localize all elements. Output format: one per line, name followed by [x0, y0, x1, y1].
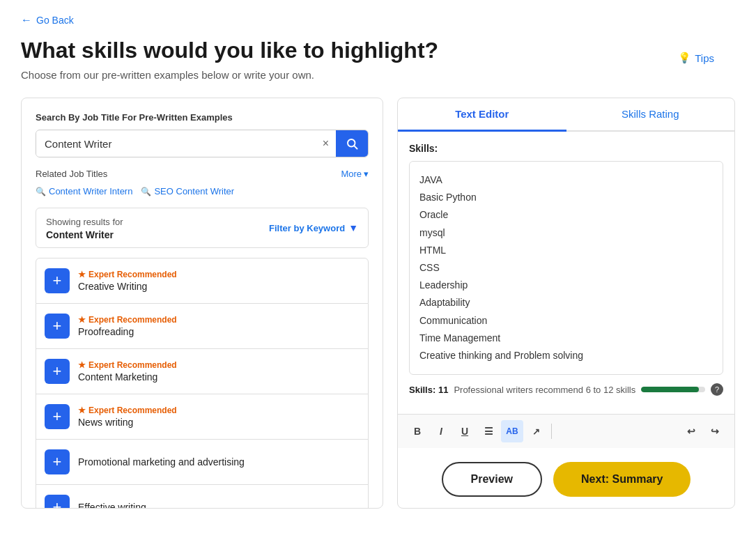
- chevron-down-icon: ▾: [364, 169, 369, 179]
- more-label: More: [341, 169, 362, 179]
- skills-count-row: Skills: 11 Professional writers recommen…: [409, 383, 723, 396]
- go-back-link[interactable]: ← Go Back: [21, 14, 735, 26]
- editor-content: Skills: JAVA Basic Python Oracle mysql H…: [398, 132, 734, 414]
- add-skill-button-0[interactable]: +: [45, 268, 70, 293]
- bold-button[interactable]: B: [406, 420, 429, 442]
- expert-label-1: Expert Recommended: [88, 315, 177, 325]
- related-tags: 🔍 Content Writer Intern 🔍 SEO Content Wr…: [36, 186, 369, 196]
- add-skill-button-4[interactable]: +: [45, 449, 70, 474]
- skills-text-area[interactable]: JAVA Basic Python Oracle mysql HTML CSS …: [409, 161, 723, 375]
- showing-for-value: Content Writer: [46, 229, 123, 240]
- skill-name-2: Content Marketing: [78, 371, 360, 383]
- related-label: Related Job Titles: [36, 169, 107, 179]
- preview-button[interactable]: Preview: [442, 462, 542, 497]
- skill-line-2: Oracle: [419, 206, 713, 224]
- star-icon-2: ★: [78, 360, 86, 370]
- skill-line-8: Communication: [419, 312, 713, 330]
- progress-bar-wrapper: [641, 387, 705, 392]
- skill-line-10: Creative thinking and Problem solving: [419, 347, 713, 364]
- list-item[interactable]: + Promotional marketing and advertising: [36, 440, 369, 485]
- list-item[interactable]: + ★ Expert Recommended News writing: [36, 394, 369, 440]
- star-icon-3: ★: [78, 405, 86, 415]
- expert-label-0: Expert Recommended: [88, 270, 177, 279]
- expert-badge-3: ★ Expert Recommended: [78, 405, 360, 415]
- toolbar-divider: [551, 424, 552, 439]
- back-arrow-icon: ←: [21, 14, 32, 26]
- expert-badge-0: ★ Expert Recommended: [78, 270, 360, 279]
- list-item[interactable]: + ★ Expert Recommended Creative Writing: [36, 258, 369, 304]
- skill-info-2: ★ Expert Recommended Content Marketing: [78, 360, 360, 383]
- more-link[interactable]: More ▾: [341, 169, 369, 179]
- search-button[interactable]: [336, 130, 368, 157]
- tab-bar: Text Editor Skills Rating: [398, 98, 734, 132]
- tips-link[interactable]: 💡 Tips: [678, 52, 714, 64]
- tag-search-icon-1: 🔍: [141, 187, 151, 196]
- info-icon[interactable]: ?: [711, 383, 723, 396]
- list-button[interactable]: ☰: [477, 420, 500, 442]
- add-skill-button-2[interactable]: +: [45, 359, 70, 384]
- skill-list: + ★ Expert Recommended Creative Writing …: [36, 258, 369, 509]
- filter-icon: ▼: [348, 222, 358, 233]
- toolbar: B I U ☰ AB ↗ ↩ ↪: [398, 414, 734, 448]
- skill-info-3: ★ Expert Recommended News writing: [78, 405, 360, 428]
- list-item[interactable]: + Effective writing: [36, 485, 369, 509]
- related-jobs-header: Related Job Titles More ▾: [36, 169, 369, 179]
- svg-line-1: [354, 146, 357, 148]
- tab-text-editor[interactable]: Text Editor: [398, 98, 566, 132]
- expert-label-2: Expert Recommended: [88, 360, 177, 370]
- skill-name-1: Proofreading: [78, 326, 360, 337]
- skill-name-0: Creative Writing: [78, 281, 360, 292]
- star-icon-0: ★: [78, 270, 86, 279]
- filter-label: Filter by Keyword: [269, 223, 345, 233]
- related-tag-1[interactable]: 🔍 SEO Content Writer: [141, 186, 234, 196]
- skill-line-4: HTML: [419, 242, 713, 259]
- showing-text: Showing results for Content Writer: [46, 215, 123, 240]
- skill-line-5: CSS: [419, 259, 713, 277]
- progress-bar-fill: [641, 387, 699, 392]
- skill-info-0: ★ Expert Recommended Creative Writing: [78, 270, 360, 292]
- skill-line-1: Basic Python: [419, 189, 713, 206]
- list-item[interactable]: + ★ Expert Recommended Proofreading: [36, 304, 369, 349]
- skill-line-3: mysql: [419, 224, 713, 242]
- clear-button[interactable]: ×: [316, 132, 336, 155]
- skill-info-5: Effective writing: [78, 502, 360, 509]
- skill-line-7: Adaptability: [419, 294, 713, 311]
- list-item[interactable]: + ★ Expert Recommended Content Marketing: [36, 349, 369, 394]
- right-panel: Text Editor Skills Rating Skills: JAVA B…: [397, 98, 735, 509]
- clear-format-button[interactable]: ↗: [525, 420, 547, 442]
- skill-info-1: ★ Expert Recommended Proofreading: [78, 315, 360, 337]
- skill-info-4: Promotional marketing and advertising: [78, 456, 360, 468]
- related-tag-0[interactable]: 🔍 Content Writer Intern: [36, 186, 132, 196]
- skill-line-0: JAVA: [419, 171, 713, 189]
- skill-name-4: Promotional marketing and advertising: [78, 456, 360, 468]
- underline-button[interactable]: U: [454, 420, 476, 442]
- tab-skills-rating[interactable]: Skills Rating: [566, 98, 735, 132]
- search-icon: [346, 137, 358, 150]
- recommendation-text: Professional writers recommend 6 to 12 s…: [454, 385, 635, 395]
- tips-icon: 💡: [678, 52, 691, 64]
- header-section: What skills would you like to highlight?…: [21, 38, 735, 81]
- expert-badge-2: ★ Expert Recommended: [78, 360, 360, 370]
- tag-search-icon-0: 🔍: [36, 187, 46, 196]
- add-skill-button-3[interactable]: +: [45, 404, 70, 429]
- undo-button[interactable]: ↩: [680, 420, 702, 442]
- redo-button[interactable]: ↪: [704, 420, 726, 442]
- add-skill-button-1[interactable]: +: [45, 314, 70, 339]
- page-subtitle: Choose from our pre-written examples bel…: [21, 69, 735, 81]
- expert-badge-1: ★ Expert Recommended: [78, 315, 360, 325]
- filter-button[interactable]: Filter by Keyword ▼: [269, 222, 358, 233]
- spellcheck-button[interactable]: AB: [501, 420, 523, 442]
- skill-line-9: Time Management: [419, 330, 713, 347]
- italic-button[interactable]: I: [430, 420, 452, 442]
- tips-label: Tips: [695, 52, 714, 64]
- skill-name-3: News writing: [78, 417, 360, 428]
- search-input[interactable]: [36, 131, 316, 157]
- star-icon-1: ★: [78, 315, 86, 325]
- go-back-label: Go Back: [36, 15, 74, 26]
- skills-section-label: Skills:: [409, 143, 723, 154]
- add-skill-button-5[interactable]: +: [45, 495, 70, 509]
- skill-line-6: Leadership: [419, 277, 713, 294]
- search-box: ×: [36, 130, 369, 157]
- next-button[interactable]: Next: Summary: [553, 462, 691, 497]
- showing-for-label: Showing results for Content Writer: [46, 217, 123, 240]
